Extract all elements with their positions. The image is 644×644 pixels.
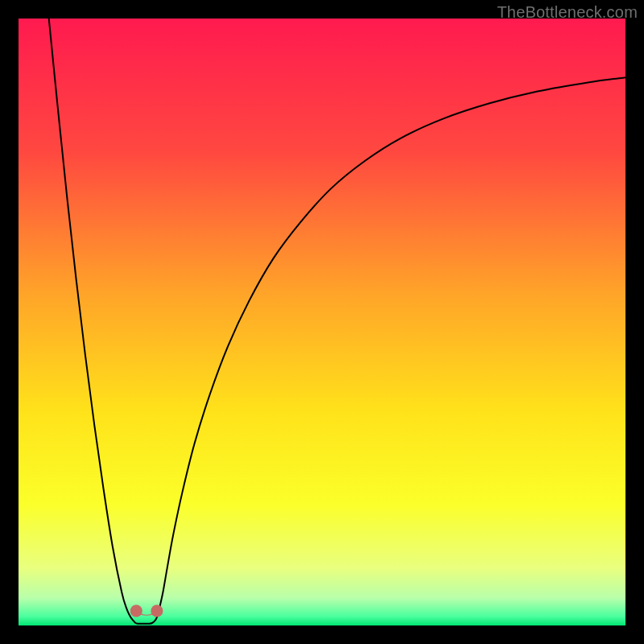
chart-frame: TheBottleneck.com xyxy=(0,0,644,644)
plot-area xyxy=(19,19,625,625)
min-marker-right xyxy=(151,605,163,617)
watermark-text: TheBottleneck.com xyxy=(497,3,638,22)
chart-curve-layer xyxy=(19,19,625,625)
min-marker-left xyxy=(130,605,142,617)
bottleneck-curve xyxy=(49,19,625,624)
